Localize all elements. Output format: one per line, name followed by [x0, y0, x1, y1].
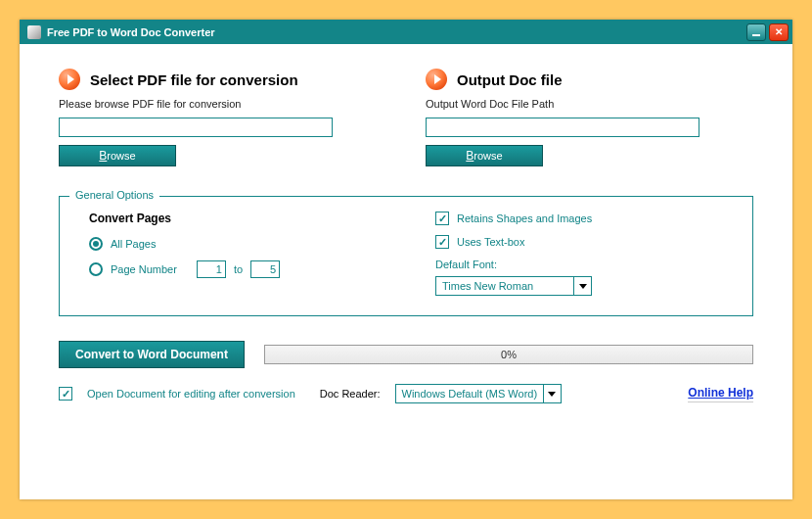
progress-bar: 0%	[264, 345, 753, 364]
general-options-group: General Options Convert Pages All Pages …	[59, 196, 753, 316]
open-after-label: Open Document for editing after conversi…	[87, 388, 295, 400]
window-title: Free PDF to Word Doc Converter	[47, 26, 215, 38]
default-font-value: Times New Roman	[436, 280, 533, 292]
uses-textbox-checkbox[interactable]	[435, 235, 449, 249]
chevron-down-icon	[543, 385, 561, 402]
output-doc-path[interactable]	[426, 118, 699, 137]
page-from-input[interactable]	[197, 260, 226, 278]
default-font-label: Default Font:	[435, 259, 723, 270]
chevron-down-icon	[573, 277, 591, 295]
app-window: Free PDF to Word Doc Converter Select PD…	[20, 20, 792, 499]
input-subtext: Please browse PDF file for conversion	[59, 98, 386, 110]
app-icon	[27, 25, 41, 39]
doc-reader-select[interactable]: Windows Default (MS Word)	[395, 384, 562, 403]
page-number-radio[interactable]	[89, 262, 103, 276]
retains-shapes-checkbox[interactable]	[435, 212, 449, 225]
output-section: Output Doc file Output Word Doc File Pat…	[426, 69, 753, 166]
titlebar: Free PDF to Word Doc Converter	[20, 20, 792, 44]
page-to-input[interactable]	[250, 260, 280, 278]
doc-reader-value: Windows Default (MS Word)	[396, 388, 538, 400]
convert-button[interactable]: Convert to Word Document	[59, 341, 245, 368]
close-button[interactable]	[769, 24, 789, 41]
output-subtext: Output Word Doc File Path	[426, 98, 753, 110]
doc-reader-label: Doc Reader:	[320, 388, 381, 400]
output-heading: Output Doc file	[457, 71, 563, 88]
input-pdf-path[interactable]	[59, 118, 333, 137]
all-pages-radio[interactable]	[89, 237, 103, 251]
minimize-button[interactable]	[746, 24, 766, 41]
open-after-checkbox[interactable]	[59, 387, 72, 401]
page-number-label: Page Number	[111, 263, 177, 275]
options-legend: General Options	[69, 189, 159, 201]
all-pages-label: All Pages	[111, 238, 156, 250]
window-controls	[746, 24, 789, 41]
convert-pages-column: Convert Pages All Pages Page Number to	[89, 212, 377, 296]
input-heading: Select PDF file for conversion	[90, 71, 298, 88]
format-options-column: Retains Shapes and Images Uses Text-box …	[435, 212, 723, 296]
default-font-select[interactable]: Times New Roman	[435, 276, 592, 296]
uses-textbox-label: Uses Text-box	[457, 236, 525, 248]
arrow-bullet-icon	[59, 69, 80, 90]
window-body: Select PDF file for conversion Please br…	[20, 44, 792, 499]
retains-shapes-label: Retains Shapes and Images	[457, 212, 592, 224]
titlebar-left: Free PDF to Word Doc Converter	[27, 25, 215, 39]
browse-input-button[interactable]: BBrowserowse	[59, 145, 176, 166]
input-section: Select PDF file for conversion Please br…	[59, 69, 386, 166]
convert-pages-title: Convert Pages	[89, 212, 377, 225]
browse-output-button[interactable]: Browse	[426, 145, 543, 166]
arrow-bullet-icon	[426, 69, 447, 90]
online-help-link[interactable]: Online Help	[688, 386, 753, 402]
to-label: to	[234, 263, 243, 275]
